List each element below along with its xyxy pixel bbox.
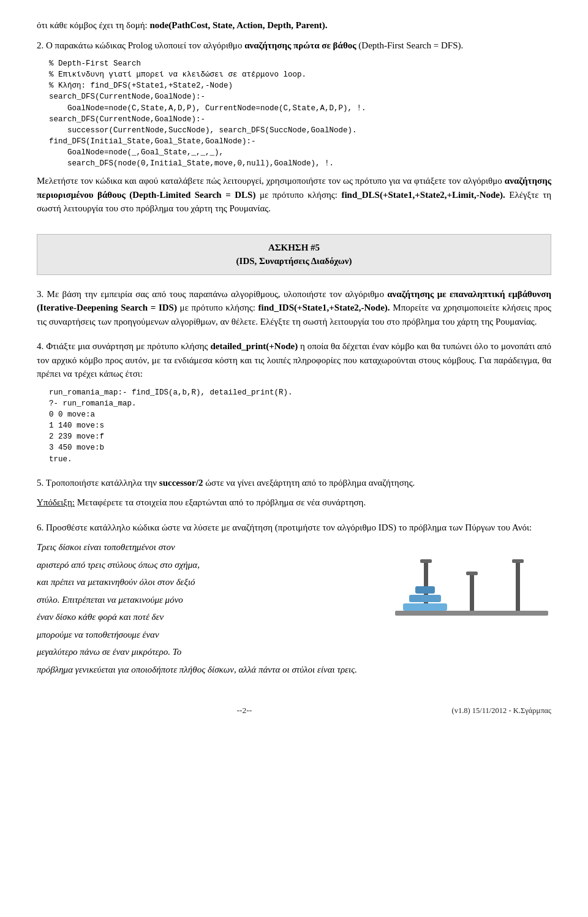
item3-text1: Με βάση την εμπειρία σας από τους παραπά… [47, 289, 388, 299]
svg-rect-9 [466, 572, 478, 575]
item6-text1: Προσθέστε κατάλληλο κώδικα ώστε να λύσετ… [46, 523, 532, 532]
svg-rect-8 [420, 559, 432, 563]
item2-num: 2. [37, 40, 43, 50]
item2-bold3: find_DLS(+State1,+State2,+Limit,-Node). [341, 190, 505, 200]
hanoi-figure [392, 540, 551, 624]
item2-paragraph2: Μελετήστε τον κώδικα και αφού καταλάβετε… [37, 174, 551, 216]
item5-paragraph1: 5. Τροποποιήστε κατάλληλα την successor/… [37, 476, 551, 490]
item5-num: 5. [37, 478, 43, 488]
item2-paragraph: 2. Ο παρακάτω κώδικας Prolog υλοποιεί το… [37, 39, 551, 53]
item5-paragraph2: Υπόδειξη: Μεταφέρετε τα στοιχεία που εξα… [37, 496, 551, 510]
item2-text3: Μελετήστε τον κώδικα και αφού καταλάβετε… [37, 176, 505, 186]
intro-paragraph: ότι κάθε κόμβος έχει τη δομή: node(PathC… [37, 18, 551, 32]
item6-italic-line-5: μπορούμε να τοποθετήσουμε έναν [37, 628, 551, 642]
item2-bold1: αναζήτησης πρώτα σε βάθος [244, 40, 356, 50]
svg-rect-5 [409, 595, 441, 602]
item-6: 6. Προσθέστε κατάλληλο κώδικα ώστε να λύ… [37, 521, 551, 681]
item2-text4: με πρότυπο κλήσης: [255, 190, 341, 200]
svg-rect-4 [403, 603, 447, 611]
svg-rect-2 [470, 574, 474, 611]
item5-text1: Τροποποιήστε κατάλληλα την [46, 478, 159, 488]
item-2: 2. Ο παρακάτω κώδικας Prolog υλοποιεί το… [37, 39, 551, 216]
item5-text2: ώστε να γίνει ανεξάρτητη από το πρόβλημα… [203, 478, 415, 488]
footer-right: (v1.8) 15/11/2012 - Κ.Σγάρμπας [452, 705, 551, 717]
svg-rect-0 [395, 611, 548, 616]
item2-text1: Ο παρακάτω κώδικας Prolog υλοποιεί τον α… [46, 40, 244, 50]
item6-num: 6. [37, 523, 43, 532]
svg-rect-7 [512, 559, 524, 563]
item2-code: % Depth-First Search % Επικίνδυνη γιατί … [49, 58, 551, 169]
item3-paragraph: 3. Με βάση την εμπειρία σας από τους παρ… [37, 287, 551, 329]
svg-rect-6 [415, 586, 435, 594]
footer: --2-- (v1.8) 15/11/2012 - Κ.Σγάρμπας [37, 704, 551, 717]
item4-code: run_romania_map:- find_IDS(a,b,R), detai… [49, 387, 551, 465]
item5-bold1: successor/2 [159, 478, 203, 488]
svg-rect-3 [516, 562, 520, 611]
item6-italic-line-7: πρόβλημα γενικεύεται για οποιοδήποτε πλή… [37, 663, 551, 677]
item5-text3: Μεταφέρετε τα στοιχεία που εξαρτώνται απ… [75, 497, 366, 507]
hanoi-svg [392, 540, 551, 620]
item6-italic-line-6: μεγαλύτερο πάνω σε έναν μικρότερο. Το [37, 645, 551, 659]
item3-text2: με πρότυπο κλήσης: [177, 303, 258, 312]
intro-bold: node(PathCost, State, Action, Depth, Par… [149, 20, 327, 30]
item4-paragraph: 4. Φτιάξτε μια συνάρτηση με πρότυπο κλήσ… [37, 339, 551, 381]
item6-paragraph: 6. Προσθέστε κατάλληλο κώδικα ώστε να λύ… [37, 521, 551, 535]
item3-num: 3. [37, 289, 43, 299]
item-4: 4. Φτιάξτε μια συνάρτηση με πρότυπο κλήσ… [37, 339, 551, 464]
page-content: ότι κάθε κόμβος έχει τη δομή: node(PathC… [37, 18, 551, 717]
item3-bold2: find_IDS(+State1,+State2,-Node). [258, 303, 390, 312]
item-3: 3. Με βάση την εμπειρία σας από τους παρ… [37, 287, 551, 329]
section5-header: ΑΣΚΗΣΗ #5 (IDS, Συναρτήσεις Διαδόχων) [37, 234, 551, 275]
section5-title: ΑΣΚΗΣΗ #5 [50, 241, 538, 255]
intro-text1: ότι κάθε κόμβος έχει τη δομή: [37, 20, 149, 30]
item5-underline: Υπόδειξη: [37, 497, 75, 507]
item4-bold1: detailed_print(+Node) [210, 341, 298, 351]
item4-num: 4. [37, 341, 43, 351]
section5-subtitle: (IDS, Συναρτήσεις Διαδόχων) [50, 254, 538, 268]
item2-text2: (Depth-First Search = DFS). [356, 40, 464, 50]
footer-center: --2-- [37, 704, 452, 717]
item4-text1: Φτιάξτε μια συνάρτηση με πρότυπο κλήσης [46, 341, 210, 351]
item-5: 5. Τροποποιήστε κατάλληλα την successor/… [37, 476, 551, 510]
